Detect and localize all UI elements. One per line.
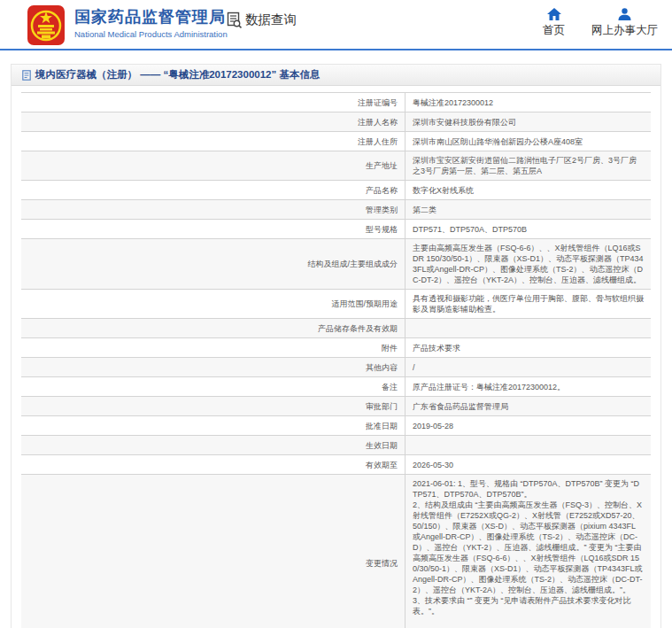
section-title-bar: 境内医疗器械（注册） —— “粤械注准20172300012” 基本信息 — [12, 65, 660, 86]
agency-name-en: National Medical Products Administration — [74, 29, 228, 39]
row-value-text: 2021-06-01: 1、型号、规格由 “DTP570A、DTP570B” 变… — [413, 478, 644, 628]
row-value-text: 主要由高频高压发生器（FSQ-6-6）、、X射线管组件（LQ16或SDR 150… — [413, 243, 644, 285]
row-value: / — [405, 358, 651, 376]
row-label: 注册人住所 — [21, 132, 405, 151]
row-label: 备注 — [21, 377, 405, 396]
content-panel: 境内医疗器械（注册） —— “粤械注准20172300012” 基本信息 注册证… — [11, 64, 661, 628]
home-icon — [547, 8, 561, 20]
table-row: 生产地址深圳市宝安区新安街道留仙二路润恒电子厂区2号厂房、3号厂房之3号厂房第一… — [21, 151, 651, 181]
table-row: 注册证编号粤械注准20172300012 — [21, 92, 651, 112]
row-value-text: DTP571、DTP570A、DTP570B — [413, 224, 644, 235]
document-icon — [22, 70, 31, 81]
row-value: 深圳市南山区朗山路华瀚创新园办公楼A座408室 — [405, 132, 651, 151]
table-row: 注册人名称深圳市安健科技股份有限公司 — [21, 112, 651, 132]
row-label-text: 注册人名称 — [358, 117, 398, 128]
row-label-text: 审批部门 — [366, 401, 398, 412]
row-label: 变更情况 — [21, 475, 405, 628]
row-label: 结构及组成/主要组成成分 — [21, 239, 405, 289]
data-query-tab[interactable]: 数据查询 — [227, 12, 297, 28]
row-value: 2021-06-01: 1、型号、规格由 “DTP570A、DTP570B” 变… — [405, 475, 651, 628]
row-value-text: 2026-05-30 — [413, 460, 644, 470]
table-row: 结构及组成/主要组成成分主要由高频高压发生器（FSQ-6-6）、、X射线管组件（… — [21, 239, 651, 290]
table-row: 审批部门广东省食品药品监督管理局 — [21, 397, 651, 416]
agency-name-cn: 国家药品监督管理局 — [74, 8, 228, 27]
row-label: 管理类别 — [21, 200, 405, 219]
row-label: 注册人名称 — [21, 112, 405, 131]
row-label: 适用范围/预期用途 — [21, 290, 405, 318]
row-label: 生效日期 — [21, 436, 405, 454]
row-label: 审批部门 — [21, 397, 405, 415]
user-icon — [618, 8, 631, 20]
row-label-text: 注册证编号 — [358, 97, 398, 108]
row-value: 产品技术要求 — [405, 338, 651, 357]
row-label: 型号规格 — [21, 220, 405, 238]
table-row: 生效日期 — [21, 436, 651, 455]
row-value-text: 原产品注册证号：粤械注准20172300012。 — [413, 382, 644, 392]
table-row: 批准日期2019-05-28 — [21, 416, 651, 436]
row-label-text: 注册人住所 — [358, 136, 398, 147]
row-label: 其他内容 — [21, 358, 405, 376]
row-value-text: 产品技术要求 — [413, 343, 644, 353]
table-row: 产品名称数字化X射线系统 — [21, 181, 651, 200]
table-row: 备注原产品注册证号：粤械注准20172300012。 — [21, 377, 651, 397]
row-value: 主要由高频高压发生器（FSQ-6-6）、、X射线管组件（LQ16或SDR 150… — [405, 239, 651, 289]
row-value: 原产品注册证号：粤械注准20172300012。 — [405, 377, 651, 396]
row-value-text: 深圳市宝安区新安街道留仙二路润恒电子厂区2号厂房、3号厂房之3号厂房第一层、第二… — [413, 155, 644, 176]
table-row: 其他内容/ — [21, 358, 651, 377]
nav-home[interactable]: 首页 — [543, 8, 565, 38]
row-value: 第二类 — [405, 200, 651, 219]
row-value-text: 第二类 — [413, 205, 644, 215]
data-query-icon — [227, 12, 243, 28]
row-label-text: 其他内容 — [366, 362, 398, 373]
row-value-text: / — [413, 362, 644, 373]
row-value-text: 2019-05-28 — [413, 421, 644, 431]
row-value-text: 深圳市安健科技股份有限公司 — [413, 117, 644, 128]
row-label-text: 生产地址 — [366, 160, 398, 171]
row-label: 附件 — [21, 338, 405, 357]
row-label: 产品储存条件及有效期 — [21, 319, 405, 337]
nmpa-emblem-logo[interactable] — [27, 4, 66, 46]
row-value: 深圳市安健科技股份有限公司 — [405, 112, 651, 131]
nav-home-label: 首页 — [543, 23, 565, 38]
row-label-text: 型号规格 — [366, 224, 398, 235]
row-value: 具有透视和摄影功能，供医疗单位用于胸部、腹部、骨与软组织摄影及胃肠造影辅助检查。 — [405, 290, 651, 318]
row-value: DTP571、DTP570A、DTP570B — [405, 220, 651, 238]
row-label-text: 生效日期 — [366, 440, 398, 451]
nav-online-hall[interactable]: 网上办事大厅 — [591, 8, 658, 38]
row-label: 生产地址 — [21, 151, 405, 180]
agency-title-block: 国家药品监督管理局 National Medical Products Admi… — [74, 8, 228, 39]
table-row: 附件产品技术要求 — [21, 338, 651, 358]
site-header: 国家药品监督管理局 National Medical Products Admi… — [0, 0, 672, 50]
row-label-text: 结构及组成/主要组成成分 — [307, 259, 398, 269]
table-row: 注册人住所深圳市南山区朗山路华瀚创新园办公楼A座408室 — [21, 132, 651, 151]
row-label: 有效期至 — [21, 455, 405, 474]
table-row: 适用范围/预期用途具有透视和摄影功能，供医疗单位用于胸部、腹部、骨与软组织摄影及… — [21, 290, 651, 319]
row-label: 批准日期 — [21, 416, 405, 435]
row-label-text: 批准日期 — [366, 421, 398, 431]
row-value: 2026-05-30 — [405, 455, 651, 474]
row-value — [405, 436, 651, 454]
row-label-text: 产品名称 — [366, 185, 398, 196]
row-label: 注册证编号 — [21, 93, 405, 112]
row-value: 粤械注准20172300012 — [405, 93, 651, 112]
table-row: 有效期至2026-05-30 — [21, 455, 651, 475]
page-title: 境内医疗器械（注册） —— “粤械注准20172300012” 基本信息 — [35, 68, 320, 81]
row-label-text: 管理类别 — [366, 205, 398, 215]
row-label-text: 附件 — [382, 343, 398, 353]
row-label-text: 有效期至 — [366, 460, 398, 470]
table-row: 产品储存条件及有效期 — [21, 319, 651, 338]
row-label-text: 变更情况 — [366, 558, 398, 569]
row-label: 产品名称 — [21, 181, 405, 199]
nav-online-hall-label: 网上办事大厅 — [591, 23, 658, 38]
table-row: 管理类别第二类 — [21, 200, 651, 220]
table-row: 型号规格DTP571、DTP570A、DTP570B — [21, 220, 651, 239]
row-value-text: 粤械注准20172300012 — [413, 97, 644, 108]
data-query-label: 数据查询 — [245, 12, 297, 28]
info-table: 注册证编号粤械注准20172300012注册人名称深圳市安健科技股份有限公司注册… — [21, 92, 651, 628]
row-value-text: 具有透视和摄影功能，供医疗单位用于胸部、腹部、骨与软组织摄影及胃肠造影辅助检查。 — [413, 293, 644, 314]
row-value: 数字化X射线系统 — [405, 181, 651, 199]
row-value-text: 深圳市南山区朗山路华瀚创新园办公楼A座408室 — [413, 136, 644, 147]
row-value-text: 数字化X射线系统 — [413, 185, 644, 196]
row-label-text: 备注 — [382, 382, 398, 392]
row-label-text: 产品储存条件及有效期 — [318, 323, 398, 334]
